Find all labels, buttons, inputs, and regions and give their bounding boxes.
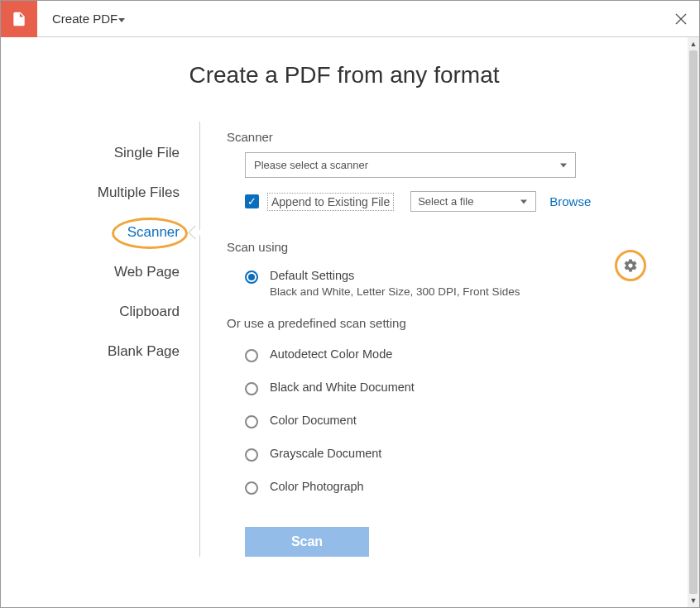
radio-icon [245, 270, 258, 284]
scan-using-label: Scan using [227, 240, 615, 254]
radio-icon [245, 481, 258, 495]
close-icon [675, 13, 687, 25]
content-area: Create a PDF from any format Single File… [1, 37, 688, 607]
scroll-down-icon[interactable]: ▼ [688, 594, 699, 607]
source-nav: Single File Multiple Files Scanner Web P… [42, 122, 199, 557]
scroll-up-icon[interactable]: ▲ [688, 37, 699, 50]
append-checkbox[interactable]: ✓ [245, 194, 259, 208]
nav-item-blank-page[interactable]: Blank Page [42, 332, 199, 371]
chevron-down-icon [520, 199, 527, 203]
radio-icon [245, 349, 258, 362]
radio-grayscale-document[interactable]: Grayscale Document [245, 438, 646, 471]
gear-icon [623, 258, 638, 273]
settings-panel: Scanner Please select a scanner ✓ Append… [199, 122, 663, 557]
browse-link[interactable]: Browse [549, 194, 591, 208]
scanner-section-label: Scanner [227, 130, 646, 144]
file-select-dropdown[interactable]: Select a file [410, 191, 536, 212]
chevron-down-icon [118, 18, 125, 22]
radio-icon [245, 448, 258, 462]
nav-item-multiple-files[interactable]: Multiple Files [42, 173, 199, 213]
nav-item-single-file[interactable]: Single File [42, 133, 199, 173]
close-button[interactable] [663, 1, 699, 37]
radio-bw-document[interactable]: Black and White Document [245, 371, 646, 405]
scanner-dropdown[interactable]: Please select a scanner [245, 152, 576, 178]
page-heading: Create a PDF from any format [1, 62, 688, 89]
scrollbar[interactable]: ▲ ▼ [688, 37, 699, 607]
nav-item-web-page[interactable]: Web Page [42, 252, 199, 292]
app-icon [1, 1, 37, 37]
radio-color-document[interactable]: Color Document [245, 405, 646, 438]
nav-item-clipboard[interactable]: Clipboard [42, 292, 199, 332]
radio-color-photograph[interactable]: Color Photograph [245, 471, 646, 504]
title-text[interactable]: Create PDF [52, 12, 125, 26]
nav-item-scanner[interactable]: Scanner [42, 213, 199, 252]
chevron-down-icon [560, 163, 567, 167]
scroll-thumb[interactable] [689, 50, 698, 594]
settings-gear-button[interactable] [615, 250, 646, 281]
titlebar: Create PDF [1, 1, 699, 37]
scan-button[interactable]: Scan [245, 527, 369, 557]
predefined-label: Or use a predefined scan setting [227, 316, 646, 330]
radio-autodetect[interactable]: Autodetect Color Mode [245, 338, 646, 371]
append-label: Append to Existing File [267, 193, 394, 211]
radio-default-settings[interactable]: Default Settings Black and White, Letter… [245, 262, 615, 304]
radio-icon [245, 415, 258, 428]
radio-icon [245, 382, 258, 395]
